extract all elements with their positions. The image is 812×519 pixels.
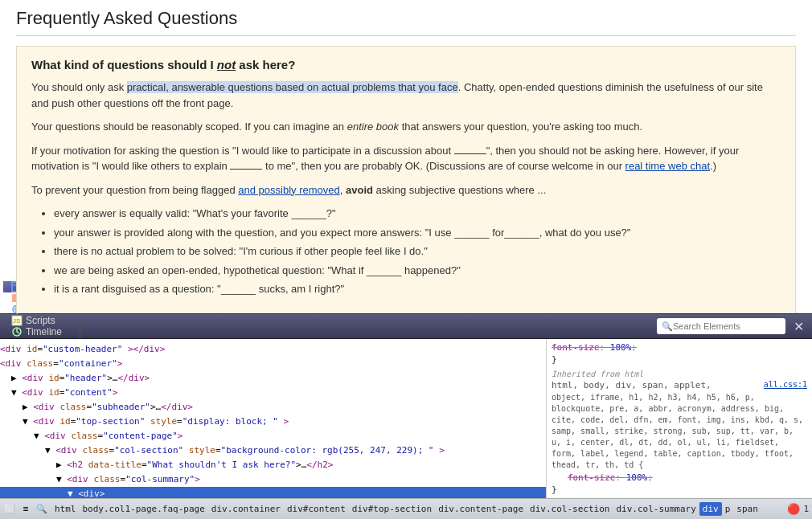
tab-timeline[interactable]: Timeline (3, 326, 80, 337)
breadcrumb-item-html[interactable]: html (51, 502, 80, 516)
tab-scripts[interactable]: JSScripts (3, 315, 80, 326)
dom-line[interactable]: <div id="custom-header" ></div> (0, 342, 546, 357)
possibly-removed-link[interactable]: and possibly removed (238, 184, 339, 196)
dom-line[interactable]: ▼ <div class="col-section" style="backgr… (0, 443, 546, 458)
css-inherited-label: Inherited from html (552, 370, 807, 378)
breadcrumb-item-span[interactable]: span (733, 502, 761, 516)
dom-line[interactable]: ▼ <div id="top-section" style="display: … (0, 415, 546, 429)
css-struck-rule: font-size: 100%; (552, 342, 807, 353)
scripts-tab-label: Scripts (26, 315, 55, 326)
real-time-chat-link[interactable]: real time web chat (625, 160, 711, 172)
breadcrumb-item-div-col-section[interactable]: div.col-section (527, 502, 613, 516)
dom-line[interactable]: ▼ <div class="content-page"> (0, 429, 546, 443)
search-icon: 🔍 (662, 321, 673, 332)
bullet-item: it is a rant disguised as a question: "_… (54, 281, 781, 297)
breadcrumb: html body.col1-page.faq-page div.contain… (51, 502, 784, 516)
breadcrumb-item-div-col-summary[interactable]: div.col-summary (613, 502, 699, 516)
breadcrumb-item-body-col1-page-faq-page[interactable]: body.col1-page.faq-page (80, 502, 208, 516)
css-close: } (552, 354, 807, 365)
breadcrumb-item-p[interactable]: p (722, 502, 734, 516)
dom-line[interactable]: ▶ <div class="subheader">…</div> (0, 400, 546, 415)
dom-line[interactable]: ▼ <div id="content"> (0, 386, 546, 400)
css-inherited-struck: font-size: 100%; (552, 472, 807, 483)
dom-line[interactable]: <div class="container"> (0, 357, 546, 371)
scripts-tab-icon: JS (11, 315, 23, 326)
faq-question: What kind of questions should I not ask … (31, 58, 781, 72)
breadcrumb-item-div-container[interactable]: div.container (208, 502, 284, 516)
status-icon-1[interactable]: ⬜ (3, 503, 16, 516)
faq-p4: To prevent your question from being flag… (31, 182, 781, 198)
faq-p2: Your questions should be reasonably scop… (31, 119, 781, 135)
svg-text:JS: JS (13, 317, 20, 325)
faq-section: What kind of questions should I not ask … (16, 46, 796, 313)
faq-p3: If your motivation for asking the questi… (31, 143, 781, 174)
css-source-link[interactable]: all.css:1 (764, 380, 807, 389)
devtools-toolbar: ElementsResourcesNetworkJSScriptsTimelin… (0, 313, 812, 339)
status-icon-2[interactable]: ≡ (19, 503, 32, 516)
error-icon: 🔴 (787, 503, 800, 515)
bullet-item: every answer is equally valid: "What's y… (54, 206, 781, 222)
css-struck-prop: font-size: 100%; (552, 342, 637, 353)
bullet-item: we are being asked an open-ended, hypoth… (54, 263, 781, 279)
css-inherited-close: } (552, 484, 807, 495)
svg-line-11 (17, 332, 19, 333)
timeline-tab-icon (11, 326, 23, 337)
status-icon-3[interactable]: 🔍 (35, 503, 48, 516)
page-title: Frequently Asked Questions (16, 8, 796, 36)
breadcrumb-item-div-content[interactable]: div#content (284, 502, 349, 516)
breadcrumb-item-div-content-page[interactable]: div.content-page (435, 502, 527, 516)
css-panel: font-size: 100%; } Inherited from html h… (547, 339, 812, 498)
faq-content: Frequently Asked Questions What kind of … (0, 0, 812, 313)
status-bar: ⬜ ≡ 🔍 html body.col1-page.faq-page div.c… (0, 498, 812, 519)
timeline-tab-label: Timeline (26, 326, 62, 337)
breadcrumb-item-div-top-section[interactable]: div#top-section (349, 502, 435, 516)
dom-panel[interactable]: <div id="custom-header" ></div><div clas… (0, 339, 547, 498)
dom-line[interactable]: ▶ <div id="header">…</div> (0, 371, 546, 386)
css-inherited-selector: html, body, div, span, applet, all.css:1 (552, 380, 807, 390)
css-inherited-props: object, iframe, h1, h2, h3, h4, h5, h6, … (552, 392, 807, 471)
bullet-item: your answer is provided along with the q… (54, 225, 781, 241)
dom-line[interactable]: ▼ <div> (0, 487, 546, 498)
close-button[interactable]: ✕ (789, 319, 809, 334)
error-count: 1 (803, 504, 809, 514)
faq-bullets: every answer is equally valid: "What's y… (54, 206, 781, 297)
faq-p1: You should only ask practical, answerabl… (31, 80, 781, 111)
search-input[interactable] (673, 321, 777, 331)
dom-line[interactable]: ▼ <div class="col-summary"> (0, 472, 546, 487)
dom-line[interactable]: ▶ <h2 data-title="What shouldn't I ask h… (0, 458, 546, 472)
devtools-main: <div id="custom-header" ></div><div clas… (0, 339, 812, 498)
bullet-item: there is no actual problem to be solved:… (54, 243, 781, 260)
dom-tree: <div id="custom-header" ></div><div clas… (0, 342, 546, 498)
search-box[interactable]: 🔍 (657, 318, 785, 334)
breadcrumb-item-div[interactable]: div (699, 502, 722, 516)
